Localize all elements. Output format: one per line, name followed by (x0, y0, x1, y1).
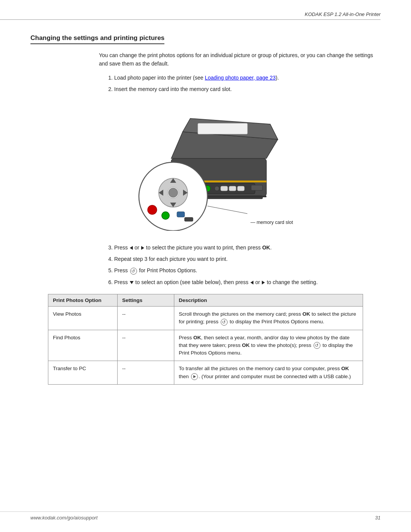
svg-point-21 (169, 188, 178, 197)
svg-rect-13 (251, 185, 263, 190)
printer-diagram: — memory card slot (114, 101, 297, 232)
arrow-left-icon (130, 246, 133, 250)
continued-steps: Press or to select the picture you want … (99, 243, 381, 287)
print-options-table: Print Photos Option Settings Description… (48, 294, 363, 385)
row3-description: To transfer all the pictures on the memo… (174, 361, 363, 385)
row3-option: Transfer to PC (48, 361, 118, 385)
step-2: Insert the memory card into the memory c… (114, 85, 381, 93)
arrow-right-icon (141, 246, 144, 250)
col-header-description: Description (174, 294, 363, 307)
initial-steps: Load photo paper into the printer (see L… (99, 73, 381, 94)
section-title: Changing the settings and printing pictu… (30, 34, 164, 44)
menu-icon-row1 (221, 319, 228, 326)
footer-url: www.kodak.com/go/aiosupport (30, 515, 97, 521)
row1-description: Scroll through the pictures on the memor… (174, 307, 363, 330)
menu-icon (130, 268, 137, 275)
row3-settings: -- (117, 361, 174, 385)
table-row-find-photos: Find Photos -- Press OK, then select a y… (48, 330, 363, 361)
memory-card-label: — memory card slot (250, 220, 293, 225)
row2-option: Find Photos (48, 330, 118, 361)
svg-point-22 (148, 205, 157, 214)
step-3: Press or to select the picture you want … (114, 243, 381, 252)
svg-rect-25 (185, 217, 193, 221)
step-1: Load photo paper into the printer (see L… (114, 73, 381, 82)
footer-page-number: 31 (375, 515, 381, 521)
step-5: Press for Print Photos Options. (114, 266, 381, 275)
row1-option: View Photos (48, 307, 118, 330)
arrow-left-icon-2 (250, 281, 253, 284)
callout-line (207, 206, 247, 214)
arrow-right-icon-2 (262, 281, 265, 284)
step-4: Repeat step 3 for each picture you want … (114, 255, 381, 263)
row1-settings: -- (117, 307, 174, 330)
header-title: KODAK ESP 1.2 All-in-One Printer (0, 11, 381, 20)
svg-rect-24 (177, 212, 185, 217)
col-header-option: Print Photos Option (48, 294, 118, 307)
printer-svg (114, 101, 297, 231)
row2-settings: -- (117, 330, 174, 361)
footer: www.kodak.com/go/aiosupport 31 (0, 511, 411, 521)
row2-description: Press OK, then select a year, month, and… (174, 330, 363, 361)
menu-icon-row2 (314, 342, 320, 349)
intro-text: You can change the print photos options … (99, 51, 381, 68)
printer-image-area: — memory card slot (30, 101, 381, 232)
svg-rect-3 (198, 123, 247, 134)
col-header-settings: Settings (117, 294, 174, 307)
arrow-down-icon (130, 281, 134, 284)
table-row-transfer-pc: Transfer to PC -- To transfer all the pi… (48, 361, 363, 385)
svg-rect-10 (237, 186, 244, 191)
loading-photo-paper-link[interactable]: Loading photo paper, page 23 (205, 75, 276, 81)
play-circle-icon (191, 373, 198, 380)
svg-point-23 (162, 212, 169, 219)
step-6: Press to select an option (see table bel… (114, 278, 381, 286)
table-row-view-photos: View Photos -- Scroll through the pictur… (48, 307, 363, 330)
svg-point-7 (215, 186, 219, 191)
svg-rect-9 (229, 186, 236, 191)
svg-rect-8 (221, 186, 228, 191)
content-area: Changing the settings and printing pictu… (30, 34, 381, 385)
page: KODAK ESP 1.2 All-in-One Printer Changin… (0, 0, 411, 532)
table-header-row: Print Photos Option Settings Description (48, 294, 363, 307)
